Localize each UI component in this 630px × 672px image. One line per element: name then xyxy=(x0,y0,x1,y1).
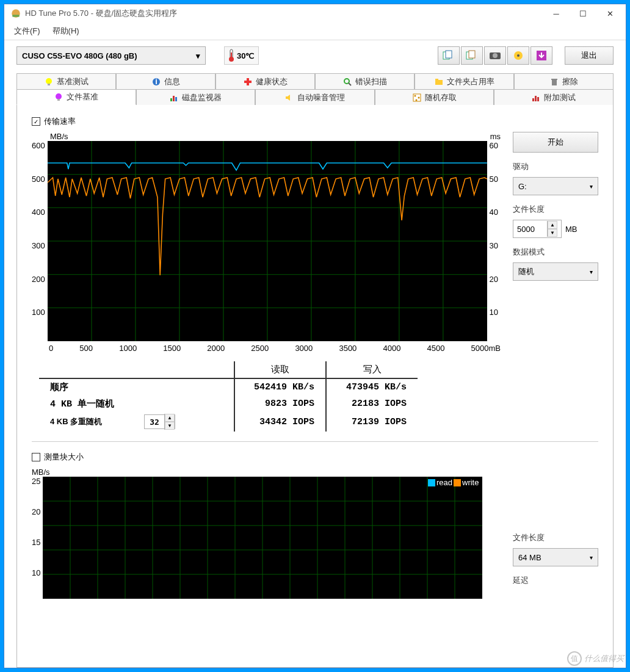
y-axis-left: 600500400300200100 xyxy=(32,141,48,341)
save-button[interactable] xyxy=(530,46,552,65)
spinner-down[interactable]: ▼ xyxy=(548,229,557,237)
chevron-down-icon: ▾ xyxy=(590,269,593,275)
pattern-select[interactable]: 随机▾ xyxy=(513,262,598,281)
svg-point-10 xyxy=(493,53,498,58)
start-button[interactable]: 开始 xyxy=(513,132,598,153)
y-left-label: MB/s xyxy=(50,132,68,141)
tab-health[interactable]: 健康状态 xyxy=(215,73,315,89)
file-length-select-2[interactable]: 64 MB▾ xyxy=(513,548,598,566)
tabs: 基准测试 i信息 健康状态 错误扫描 文件夹占用率 擦除 文件基准 磁盘监视器 … xyxy=(4,73,626,105)
toolbar: CUSO C5S-EVO 480G (480 gB) ▾ 30℃ 退出 xyxy=(4,40,626,73)
svg-point-14 xyxy=(46,78,52,84)
blocksize-chart: read write xyxy=(43,477,482,599)
svg-rect-29 xyxy=(173,96,175,101)
blocksize-checkbox[interactable] xyxy=(32,453,40,461)
temperature-value: 30℃ xyxy=(237,51,255,60)
svg-rect-4 xyxy=(231,52,232,59)
tab-random-access[interactable]: 随机存取 xyxy=(375,89,494,105)
app-icon xyxy=(10,8,21,19)
table-row: 4 KB 单一随机 9823 IOPS 22183 IOPS xyxy=(39,396,418,412)
read-swatch xyxy=(428,479,435,486)
write-swatch xyxy=(454,479,461,486)
tab-content: ✓ 传输速率 MB/s ms 600500400300200100 xyxy=(16,105,614,668)
drive-letter-select[interactable]: G:▾ xyxy=(513,177,598,195)
transfer-rate-label: 传输速率 xyxy=(44,116,76,127)
tab-disk-monitor[interactable]: 磁盘监视器 xyxy=(136,89,256,105)
x-axis: 0500100015002000250030003500400045005000… xyxy=(32,344,501,353)
copy-info-button[interactable] xyxy=(438,46,460,65)
file-length-label-2: 文件长度 xyxy=(513,532,598,543)
plus-icon xyxy=(244,78,252,86)
header-write: 写入 xyxy=(326,361,418,378)
options-button[interactable] xyxy=(507,46,529,65)
tab-benchmark[interactable]: 基准测试 xyxy=(16,73,116,89)
blocksize-checkbox-row: 测量块大小 xyxy=(32,452,598,463)
close-button[interactable]: ✕ xyxy=(596,4,623,23)
blocksize-section: MB/s 25201510 read xyxy=(32,468,598,599)
chart-section: MB/s ms 600500400300200100 xyxy=(32,132,598,353)
transfer-rate-checkbox-row: ✓ 传输速率 xyxy=(32,116,598,127)
chevron-down-icon: ▾ xyxy=(196,51,200,60)
svg-rect-8 xyxy=(469,51,475,58)
svg-point-33 xyxy=(418,96,419,98)
chart-icon xyxy=(532,93,540,102)
screenshot-button[interactable] xyxy=(484,46,506,65)
minimize-button[interactable]: ─ xyxy=(543,4,570,23)
menu-help[interactable]: 帮助(H) xyxy=(46,24,85,38)
titlebar: HD Tune Pro 5.70 - 硬盘/固态硬盘实用程序 ─ ☐ ✕ xyxy=(4,4,626,23)
bulb-icon xyxy=(45,78,53,86)
svg-rect-22 xyxy=(435,80,443,85)
multi-random-count[interactable]: 32▲▼ xyxy=(144,414,175,429)
watermark: 值 什么值得买 xyxy=(567,651,624,666)
tab-row-1: 基准测试 i信息 健康状态 错误扫描 文件夹占用率 擦除 xyxy=(16,73,614,89)
transfer-chart xyxy=(48,141,487,341)
random-icon xyxy=(413,93,421,102)
transfer-rate-checkbox[interactable]: ✓ xyxy=(32,117,40,126)
y-axis-right: 605040302010 xyxy=(487,141,501,341)
svg-line-21 xyxy=(349,83,351,85)
toolbar-icons xyxy=(438,46,552,65)
exit-button[interactable]: 退出 xyxy=(565,46,614,65)
svg-rect-27 xyxy=(57,99,60,101)
menu-file[interactable]: 文件(F) xyxy=(8,24,46,38)
tab-erase[interactable]: 擦除 xyxy=(514,73,614,89)
tab-extra-tests[interactable]: 附加测试 xyxy=(494,89,614,105)
drive-label: 驱动 xyxy=(513,161,598,172)
svg-rect-25 xyxy=(551,79,557,80)
svg-text:i: i xyxy=(155,78,158,86)
svg-point-32 xyxy=(414,95,416,96)
folder-icon xyxy=(435,78,443,86)
svg-rect-35 xyxy=(532,98,534,101)
tab-aam[interactable]: 自动噪音管理 xyxy=(255,89,375,105)
tab-file-benchmark[interactable]: 文件基准 xyxy=(16,89,136,105)
table-row: 4 KB 多重随机 32▲▼ 34342 IOPS 72139 IOPS xyxy=(39,412,418,432)
bulb-icon xyxy=(54,93,63,101)
copy-results-button[interactable] xyxy=(461,46,483,65)
svg-point-20 xyxy=(344,79,349,84)
spinner-up[interactable]: ▲ xyxy=(548,221,557,229)
svg-rect-23 xyxy=(435,79,438,81)
table-row: 顺序 542419 KB/s 473945 KB/s xyxy=(39,378,418,396)
legend: read write xyxy=(428,478,479,487)
svg-rect-24 xyxy=(552,80,557,85)
svg-rect-6 xyxy=(446,51,452,58)
speaker-icon xyxy=(285,93,294,102)
svg-rect-30 xyxy=(175,97,177,101)
drive-dropdown[interactable]: CUSO C5S-EVO 480G (480 gB) ▾ xyxy=(16,46,206,65)
tab-info[interactable]: i信息 xyxy=(116,73,215,89)
y-label-2: MB/s xyxy=(32,468,501,477)
blocksize-label: 测量块大小 xyxy=(44,452,84,463)
y-right-label: ms xyxy=(490,132,501,141)
tab-error-scan[interactable]: 错误扫描 xyxy=(315,73,415,89)
maximize-button[interactable]: ☐ xyxy=(570,4,596,23)
tab-folder-usage[interactable]: 文件夹占用率 xyxy=(415,73,514,89)
svg-rect-28 xyxy=(170,98,172,101)
file-length-input[interactable]: ▲▼ xyxy=(513,220,562,238)
blocksize-controls: 文件长度 64 MB▾ 延迟 xyxy=(513,468,598,599)
results-table: 读取 写入 顺序 542419 KB/s 473945 KB/s 4 KB 单一… xyxy=(39,361,598,432)
divider xyxy=(32,441,598,442)
chart-icon xyxy=(170,93,178,102)
window-title: HD Tune Pro 5.70 - 硬盘/固态硬盘实用程序 xyxy=(25,8,543,19)
pattern-label: 数据模式 xyxy=(513,247,598,258)
chevron-down-icon: ▾ xyxy=(590,554,593,561)
